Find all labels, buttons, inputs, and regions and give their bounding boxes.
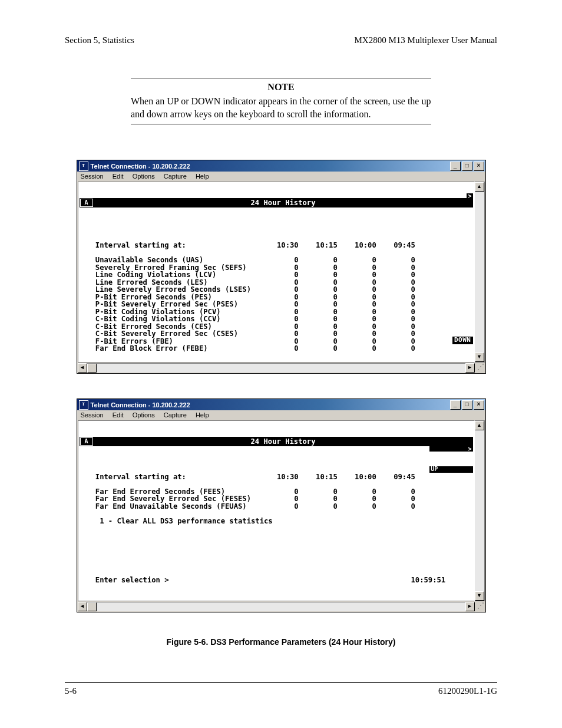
titlebar[interactable]: T Telnet Connection - 10.200.2.222 _ □ × [77, 399, 485, 410]
app-icon: T [79, 400, 88, 410]
scroll-right-icon[interactable]: ► [465, 363, 475, 373]
clock: 10:59:51 [411, 576, 446, 584]
resize-grip-icon[interactable]: ⋰ [475, 602, 485, 610]
page-number: 5-6 [65, 686, 77, 696]
menu-session[interactable]: Session [81, 411, 104, 419]
maximize-button[interactable]: □ [462, 400, 472, 410]
terminal-title: 24 Hour History [94, 198, 473, 207]
scroll-thumb[interactable] [87, 364, 97, 373]
menu-capture[interactable]: Capture [164, 411, 187, 419]
terminal-output[interactable]: A 24 Hour History > DOWN Interval starti… [78, 182, 474, 363]
horizontal-scrollbar[interactable]: ◄ ► ⋰ [78, 363, 485, 373]
horizontal-scrollbar[interactable]: ◄ ► ⋰ [78, 602, 485, 611]
scroll-up-icon[interactable]: ▲ [475, 182, 484, 192]
close-button[interactable]: × [474, 162, 484, 171]
menu-options[interactable]: Options [133, 173, 155, 180]
resize-grip-icon[interactable]: ⋰ [475, 363, 485, 371]
app-icon: T [79, 162, 88, 171]
scroll-left-icon[interactable]: ◄ [78, 363, 87, 373]
document-id: 61200290L1-1G [438, 686, 497, 696]
vertical-scrollbar[interactable]: ▲ ▼ [474, 182, 485, 363]
badge: A [80, 437, 93, 446]
down-indicator: DOWN [452, 337, 473, 344]
menu-help[interactable]: Help [196, 173, 209, 180]
scroll-down-icon[interactable]: ▼ [475, 591, 484, 601]
menu-capture[interactable]: Capture [164, 173, 187, 180]
menubar: Session Edit Options Capture Help [77, 172, 485, 181]
menu-options[interactable]: Options [133, 411, 155, 419]
minimize-button[interactable]: _ [450, 400, 461, 410]
maximize-button[interactable]: □ [462, 162, 472, 171]
note-title: NOTE [131, 82, 431, 93]
minimize-button[interactable]: _ [450, 162, 461, 171]
right-arrow-indicator: > [467, 193, 472, 200]
close-button[interactable]: × [474, 400, 484, 410]
window-title: Telnet Connection - 10.200.2.222 [91, 401, 449, 409]
badge: A [80, 199, 93, 207]
scroll-thumb[interactable] [87, 602, 97, 611]
telnet-window-1: T Telnet Connection - 10.200.2.222 _ □ ×… [77, 160, 486, 374]
terminal-output[interactable]: A 24 Hour History > UP Interval starting… [78, 420, 474, 601]
scroll-down-icon[interactable]: ▼ [475, 353, 484, 362]
menu-edit[interactable]: Edit [113, 173, 124, 180]
section-header-right: MX2800 M13 Multiplexer User Manual [355, 35, 497, 45]
menu-help[interactable]: Help [196, 411, 209, 419]
menu-edit[interactable]: Edit [113, 411, 124, 419]
figure-caption: Figure 5-6. DS3 Performance Parameters (… [65, 637, 497, 647]
window-title: Telnet Connection - 10.200.2.222 [91, 163, 449, 170]
menubar: Session Edit Options Capture Help [77, 410, 485, 420]
telnet-window-2: T Telnet Connection - 10.200.2.222 _ □ ×… [77, 398, 486, 612]
section-header-left: Section 5, Statistics [65, 35, 134, 45]
menu-session[interactable]: Session [81, 173, 104, 180]
vertical-scrollbar[interactable]: ▲ ▼ [474, 420, 485, 601]
note-text: When an UP or DOWN indicator appears in … [131, 95, 431, 120]
up-indicator: > UP [429, 431, 472, 487]
scroll-left-icon[interactable]: ◄ [78, 602, 87, 611]
scroll-right-icon[interactable]: ► [465, 602, 475, 611]
scroll-up-icon[interactable]: ▲ [475, 421, 484, 430]
terminal-title: 24 Hour History [94, 437, 473, 446]
note-block: NOTE When an UP or DOWN indicator appear… [131, 78, 431, 124]
titlebar[interactable]: T Telnet Connection - 10.200.2.222 _ □ × [77, 160, 485, 172]
